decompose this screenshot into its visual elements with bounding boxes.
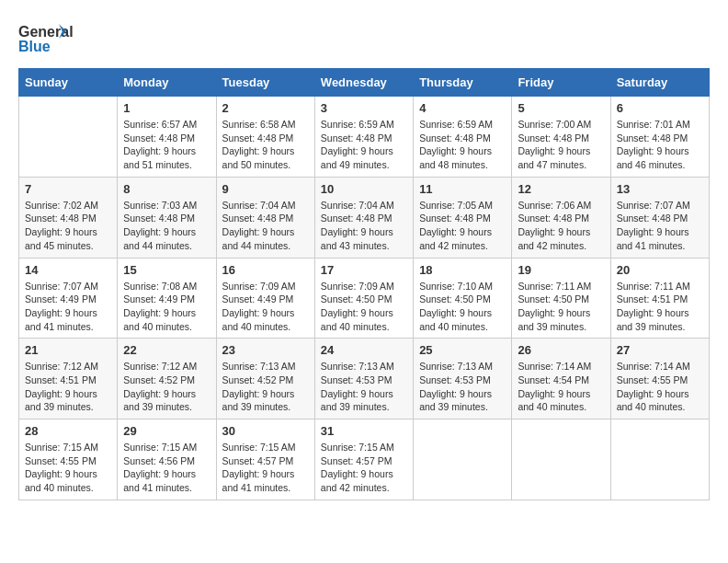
day-info: Sunrise: 6:59 AM Sunset: 4:48 PM Dayligh… xyxy=(321,118,407,172)
calendar-cell: 11Sunrise: 7:05 AM Sunset: 4:48 PM Dayli… xyxy=(414,177,512,258)
calendar-week-row-4: 21Sunrise: 7:12 AM Sunset: 4:51 PM Dayli… xyxy=(19,339,710,419)
calendar-cell: 15Sunrise: 7:08 AM Sunset: 4:49 PM Dayli… xyxy=(118,258,216,339)
day-info: Sunrise: 7:02 AM Sunset: 4:48 PM Dayligh… xyxy=(25,199,111,253)
calendar-cell: 24Sunrise: 7:13 AM Sunset: 4:53 PM Dayli… xyxy=(314,339,413,419)
day-info: Sunrise: 7:14 AM Sunset: 4:55 PM Dayligh… xyxy=(617,360,703,414)
weekday-header-thursday: Thursday xyxy=(414,69,512,97)
day-number: 10 xyxy=(321,182,407,196)
svg-text:Blue: Blue xyxy=(18,39,51,54)
day-number: 18 xyxy=(419,263,506,277)
day-info: Sunrise: 7:04 AM Sunset: 4:48 PM Dayligh… xyxy=(222,199,309,253)
calendar-cell: 1Sunrise: 6:57 AM Sunset: 4:48 PM Daylig… xyxy=(118,97,216,178)
calendar-cell xyxy=(19,97,118,178)
calendar-cell: 10Sunrise: 7:04 AM Sunset: 4:48 PM Dayli… xyxy=(314,177,413,258)
calendar-cell: 4Sunrise: 6:59 AM Sunset: 4:48 PM Daylig… xyxy=(414,97,512,178)
calendar-cell: 25Sunrise: 7:13 AM Sunset: 4:53 PM Dayli… xyxy=(414,339,512,419)
day-info: Sunrise: 7:09 AM Sunset: 4:50 PM Dayligh… xyxy=(321,280,407,334)
calendar-header-row: SundayMondayTuesdayWednesdayThursdayFrid… xyxy=(19,69,710,97)
calendar-cell: 29Sunrise: 7:15 AM Sunset: 4:56 PM Dayli… xyxy=(118,419,216,500)
day-number: 6 xyxy=(617,101,703,115)
day-info: Sunrise: 7:14 AM Sunset: 4:54 PM Dayligh… xyxy=(518,360,604,414)
day-info: Sunrise: 7:12 AM Sunset: 4:51 PM Dayligh… xyxy=(25,360,111,414)
calendar-cell: 20Sunrise: 7:11 AM Sunset: 4:51 PM Dayli… xyxy=(610,258,709,339)
calendar-cell xyxy=(414,419,512,500)
day-number: 9 xyxy=(222,182,309,196)
weekday-header-monday: Monday xyxy=(118,69,216,97)
calendar-cell: 26Sunrise: 7:14 AM Sunset: 4:54 PM Dayli… xyxy=(512,339,610,419)
day-number: 27 xyxy=(617,343,703,357)
day-number: 3 xyxy=(321,101,407,115)
calendar-week-row-3: 14Sunrise: 7:07 AM Sunset: 4:49 PM Dayli… xyxy=(19,258,710,339)
day-info: Sunrise: 7:13 AM Sunset: 4:52 PM Dayligh… xyxy=(222,360,309,414)
day-info: Sunrise: 7:03 AM Sunset: 4:48 PM Dayligh… xyxy=(123,199,210,253)
day-info: Sunrise: 7:11 AM Sunset: 4:50 PM Dayligh… xyxy=(518,280,604,334)
calendar-cell: 19Sunrise: 7:11 AM Sunset: 4:50 PM Dayli… xyxy=(512,258,610,339)
day-number: 8 xyxy=(123,182,210,196)
calendar-cell: 3Sunrise: 6:59 AM Sunset: 4:48 PM Daylig… xyxy=(314,97,413,178)
calendar-cell: 12Sunrise: 7:06 AM Sunset: 4:48 PM Dayli… xyxy=(512,177,610,258)
day-number: 20 xyxy=(617,263,703,277)
calendar-cell: 9Sunrise: 7:04 AM Sunset: 4:48 PM Daylig… xyxy=(216,177,314,258)
day-number: 26 xyxy=(518,343,604,357)
day-number: 13 xyxy=(617,182,703,196)
day-info: Sunrise: 6:58 AM Sunset: 4:48 PM Dayligh… xyxy=(222,118,309,172)
day-info: Sunrise: 7:13 AM Sunset: 4:53 PM Dayligh… xyxy=(419,360,506,414)
day-number: 28 xyxy=(25,424,111,438)
calendar-cell: 23Sunrise: 7:13 AM Sunset: 4:52 PM Dayli… xyxy=(216,339,314,419)
day-info: Sunrise: 7:09 AM Sunset: 4:49 PM Dayligh… xyxy=(222,280,309,334)
calendar-cell: 31Sunrise: 7:15 AM Sunset: 4:57 PM Dayli… xyxy=(314,419,413,500)
day-info: Sunrise: 7:15 AM Sunset: 4:55 PM Dayligh… xyxy=(25,441,111,495)
day-info: Sunrise: 7:07 AM Sunset: 4:48 PM Dayligh… xyxy=(617,199,703,253)
calendar-cell: 17Sunrise: 7:09 AM Sunset: 4:50 PM Dayli… xyxy=(314,258,413,339)
day-info: Sunrise: 7:05 AM Sunset: 4:48 PM Dayligh… xyxy=(419,199,506,253)
calendar-cell: 30Sunrise: 7:15 AM Sunset: 4:57 PM Dayli… xyxy=(216,419,314,500)
day-number: 31 xyxy=(321,424,407,438)
weekday-header-tuesday: Tuesday xyxy=(216,69,314,97)
day-number: 1 xyxy=(123,101,210,115)
calendar-cell: 2Sunrise: 6:58 AM Sunset: 4:48 PM Daylig… xyxy=(216,97,314,178)
day-info: Sunrise: 6:57 AM Sunset: 4:48 PM Dayligh… xyxy=(123,118,210,172)
calendar-cell: 8Sunrise: 7:03 AM Sunset: 4:48 PM Daylig… xyxy=(118,177,216,258)
day-info: Sunrise: 7:06 AM Sunset: 4:48 PM Dayligh… xyxy=(518,199,604,253)
calendar-cell: 6Sunrise: 7:01 AM Sunset: 4:48 PM Daylig… xyxy=(610,97,709,178)
calendar-cell: 27Sunrise: 7:14 AM Sunset: 4:55 PM Dayli… xyxy=(610,339,709,419)
day-number: 24 xyxy=(321,343,407,357)
calendar-cell: 13Sunrise: 7:07 AM Sunset: 4:48 PM Dayli… xyxy=(610,177,709,258)
day-number: 7 xyxy=(25,182,111,196)
day-info: Sunrise: 7:07 AM Sunset: 4:49 PM Dayligh… xyxy=(25,280,111,334)
page-header: GeneralBlue xyxy=(18,18,710,59)
day-info: Sunrise: 7:15 AM Sunset: 4:56 PM Dayligh… xyxy=(123,441,210,495)
day-number: 29 xyxy=(123,424,210,438)
day-number: 22 xyxy=(123,343,210,357)
day-number: 17 xyxy=(321,263,407,277)
weekday-header-saturday: Saturday xyxy=(610,69,709,97)
day-number: 21 xyxy=(25,343,111,357)
day-info: Sunrise: 7:13 AM Sunset: 4:53 PM Dayligh… xyxy=(321,360,407,414)
calendar-cell: 28Sunrise: 7:15 AM Sunset: 4:55 PM Dayli… xyxy=(19,419,118,500)
calendar-cell: 16Sunrise: 7:09 AM Sunset: 4:49 PM Dayli… xyxy=(216,258,314,339)
calendar-cell: 5Sunrise: 7:00 AM Sunset: 4:48 PM Daylig… xyxy=(512,97,610,178)
day-number: 23 xyxy=(222,343,309,357)
day-number: 30 xyxy=(222,424,309,438)
day-number: 25 xyxy=(419,343,506,357)
calendar-cell: 14Sunrise: 7:07 AM Sunset: 4:49 PM Dayli… xyxy=(19,258,118,339)
day-info: Sunrise: 7:04 AM Sunset: 4:48 PM Dayligh… xyxy=(321,199,407,253)
day-number: 12 xyxy=(518,182,604,196)
calendar-cell: 22Sunrise: 7:12 AM Sunset: 4:52 PM Dayli… xyxy=(118,339,216,419)
calendar-cell xyxy=(610,419,709,500)
day-number: 4 xyxy=(419,101,506,115)
day-info: Sunrise: 7:15 AM Sunset: 4:57 PM Dayligh… xyxy=(321,441,407,495)
calendar-table: SundayMondayTuesdayWednesdayThursdayFrid… xyxy=(18,68,710,500)
day-number: 19 xyxy=(518,263,604,277)
day-info: Sunrise: 7:12 AM Sunset: 4:52 PM Dayligh… xyxy=(123,360,210,414)
calendar-cell: 18Sunrise: 7:10 AM Sunset: 4:50 PM Dayli… xyxy=(414,258,512,339)
day-number: 14 xyxy=(25,263,111,277)
day-number: 15 xyxy=(123,263,210,277)
calendar-cell: 21Sunrise: 7:12 AM Sunset: 4:51 PM Dayli… xyxy=(19,339,118,419)
weekday-header-wednesday: Wednesday xyxy=(314,69,413,97)
calendar-week-row-1: 1Sunrise: 6:57 AM Sunset: 4:48 PM Daylig… xyxy=(19,97,710,178)
logo-svg: GeneralBlue xyxy=(18,18,74,59)
calendar-cell: 7Sunrise: 7:02 AM Sunset: 4:48 PM Daylig… xyxy=(19,177,118,258)
calendar-week-row-5: 28Sunrise: 7:15 AM Sunset: 4:55 PM Dayli… xyxy=(19,419,710,500)
day-info: Sunrise: 7:11 AM Sunset: 4:51 PM Dayligh… xyxy=(617,280,703,334)
